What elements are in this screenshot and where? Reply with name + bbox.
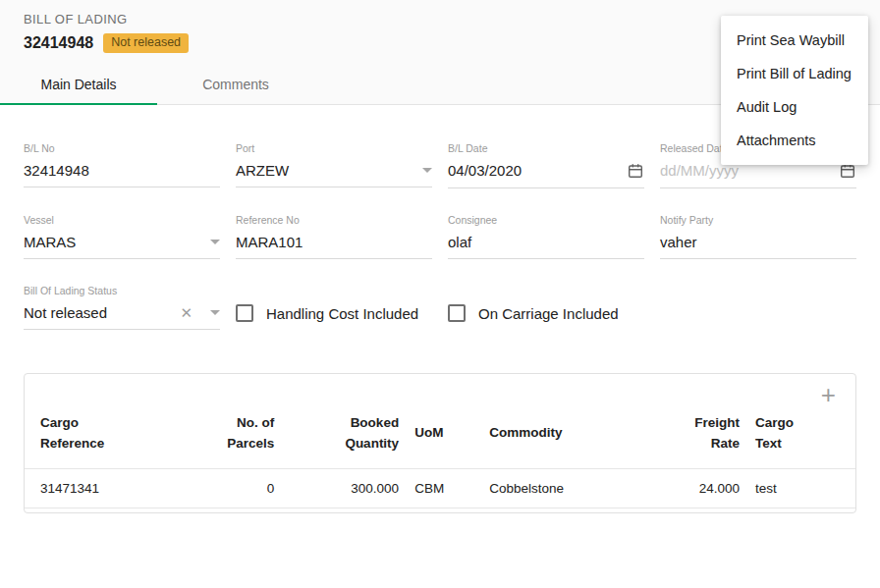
form-spacer bbox=[660, 285, 856, 330]
notify-party-value[interactable]: vaher bbox=[660, 234, 856, 250]
bl-no-label: B/L No bbox=[24, 142, 220, 154]
cell-commodity[interactable]: Cobbelstone bbox=[481, 468, 631, 508]
calendar-icon[interactable] bbox=[627, 162, 644, 180]
add-cargo-row-button[interactable]: + bbox=[821, 384, 836, 405]
cargo-table: Cargo Reference No. of Parcels Booked Qu… bbox=[25, 405, 855, 508]
chevron-down-icon[interactable] bbox=[210, 240, 220, 244]
reference-no-field[interactable]: Reference No MARA101 bbox=[236, 214, 432, 259]
cell-cargo-reference[interactable]: 31471341 bbox=[25, 468, 191, 508]
bl-status-label: Bill Of Lading Status bbox=[24, 285, 220, 296]
menu-item-print-sea-waybill[interactable]: Print Sea Waybill bbox=[721, 24, 868, 57]
reference-no-label: Reference No bbox=[236, 214, 432, 226]
col-header-uom: UoM bbox=[407, 405, 481, 468]
cargo-table-header-row: Cargo Reference No. of Parcels Booked Qu… bbox=[25, 405, 855, 468]
cargo-table-toolbar: + bbox=[25, 374, 855, 405]
checkbox-icon[interactable] bbox=[448, 304, 466, 322]
context-menu: Print Sea Waybill Print Bill of Lading A… bbox=[721, 16, 868, 165]
consignee-field[interactable]: Consignee olaf bbox=[448, 214, 644, 259]
bl-date-label: B/L Date bbox=[448, 142, 644, 154]
bl-date-field[interactable]: B/L Date 04/03/2020 bbox=[448, 142, 644, 188]
record-id: 32414948 bbox=[24, 34, 93, 52]
col-header-cargo-reference: Cargo Reference bbox=[25, 405, 191, 468]
on-carriage-checkbox[interactable]: On Carriage Included bbox=[448, 285, 644, 330]
cargo-table-card: + Cargo Reference No. of Parcels Booked … bbox=[24, 373, 856, 513]
bl-status-select[interactable]: Bill Of Lading Status Not released ✕ bbox=[24, 285, 220, 330]
cargo-table-row[interactable]: 31471341 0 300.000 CBM Cobbelstone 24.00… bbox=[25, 468, 855, 508]
cell-no-of-parcels[interactable]: 0 bbox=[191, 468, 282, 508]
reference-no-value[interactable]: MARA101 bbox=[236, 234, 432, 250]
menu-item-print-bill-of-lading[interactable]: Print Bill of Lading bbox=[721, 57, 868, 90]
vessel-select[interactable]: Vessel MARAS bbox=[24, 214, 220, 259]
notify-party-field[interactable]: Notify Party vaher bbox=[660, 214, 856, 259]
col-header-booked-quantity: Booked Quantity bbox=[282, 405, 407, 468]
consignee-value[interactable]: olaf bbox=[448, 234, 644, 250]
main-details-panel: B/L No 32414948 Port ARZEW B/L Date 04/0… bbox=[0, 105, 880, 513]
clear-icon[interactable]: ✕ bbox=[180, 305, 192, 320]
handling-cost-label: Handling Cost Included bbox=[266, 305, 418, 322]
chevron-down-icon[interactable] bbox=[422, 168, 432, 173]
on-carriage-label: On Carriage Included bbox=[478, 305, 619, 322]
menu-item-audit-log[interactable]: Audit Log bbox=[721, 90, 868, 124]
col-header-cargo-text: Cargo Text bbox=[747, 405, 855, 468]
port-value[interactable]: ARZEW bbox=[236, 162, 414, 179]
col-header-no-of-parcels: No. of Parcels bbox=[191, 405, 282, 468]
bl-status-value[interactable]: Not released bbox=[24, 304, 180, 321]
bl-no-field[interactable]: B/L No 32414948 bbox=[24, 142, 220, 188]
port-label: Port bbox=[236, 142, 432, 154]
consignee-label: Consignee bbox=[448, 214, 644, 226]
status-badge: Not released bbox=[103, 33, 189, 53]
cell-uom[interactable]: CBM bbox=[407, 468, 481, 508]
notify-party-label: Notify Party bbox=[660, 214, 856, 226]
vessel-value[interactable]: MARAS bbox=[24, 234, 202, 250]
col-header-freight-rate: Freight Rate bbox=[632, 405, 747, 468]
tab-comments[interactable]: Comments bbox=[157, 63, 314, 105]
col-header-commodity: Commodity bbox=[481, 405, 631, 468]
chevron-down-icon[interactable] bbox=[210, 310, 220, 315]
vessel-label: Vessel bbox=[24, 214, 220, 226]
checkbox-icon[interactable] bbox=[236, 304, 253, 322]
cell-booked-quantity[interactable]: 300.000 bbox=[282, 468, 407, 508]
handling-cost-checkbox[interactable]: Handling Cost Included bbox=[236, 285, 432, 330]
tab-main-details[interactable]: Main Details bbox=[0, 63, 157, 105]
bl-no-value[interactable]: 32414948 bbox=[24, 162, 220, 179]
cell-freight-rate[interactable]: 24.000 bbox=[632, 468, 747, 508]
menu-item-attachments[interactable]: Attachments bbox=[721, 124, 868, 157]
bl-date-value[interactable]: 04/03/2020 bbox=[448, 162, 619, 179]
port-select[interactable]: Port ARZEW bbox=[236, 142, 432, 188]
cell-cargo-text[interactable]: test bbox=[747, 468, 855, 508]
